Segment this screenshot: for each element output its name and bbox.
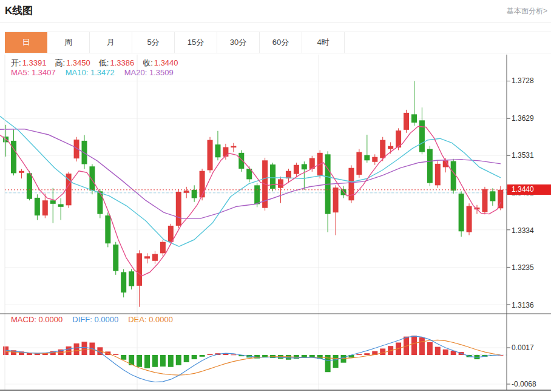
high-readout: 高:1.3450	[55, 58, 90, 69]
current-price-tag: 1.3440	[507, 184, 551, 195]
period-tabs: 日 周 月 5分 15分 30分 60分 4时	[5, 32, 551, 53]
price-tick-2: 1.3531	[512, 151, 534, 160]
diff-line	[6, 336, 501, 382]
macd-tick-0: 0.0017	[512, 343, 534, 352]
low-readout: 低:1.3386	[99, 58, 134, 69]
tab-60min[interactable]: 60分	[260, 32, 302, 53]
ma-readout: MA5: 1.3407 MA10: 1.3472 MA20: 1.3509	[11, 68, 174, 77]
macd-histogram	[3, 336, 503, 372]
ma5-readout: MA5: 1.3407	[11, 68, 56, 77]
tab-5min[interactable]: 5分	[132, 32, 175, 53]
ma20-readout: MA20: 1.3509	[124, 68, 174, 77]
tab-week[interactable]: 周	[47, 32, 90, 53]
price-tick-5: 1.3235	[512, 263, 534, 272]
tab-filler	[345, 32, 551, 53]
dea-value-readout: DEA: 0.0000	[128, 315, 173, 324]
grid-layer	[5, 55, 507, 390]
macd-value-readout: MACD: 0.0000	[11, 315, 63, 324]
close-readout: 收:1.3440	[143, 58, 178, 69]
price-tick-6: 1.3136	[512, 301, 534, 309]
ma10-readout: MA10: 1.3472	[66, 68, 115, 77]
price-tick-4: 1.3334	[512, 226, 534, 235]
tab-month[interactable]: 月	[90, 32, 132, 53]
tab-30min[interactable]: 30分	[217, 32, 260, 53]
price-tick-1: 1.3629	[512, 114, 534, 123]
dea-line	[6, 340, 501, 375]
kline-page: K线图 基本面分析> 日 周 月 5分 15分 30分 60分 4时 开:1.3…	[0, 0, 551, 392]
tab-day[interactable]: 日	[5, 32, 47, 53]
tab-15min[interactable]: 15分	[175, 32, 217, 53]
ohlc-readout: 开:1.3391 高:1.3450 低:1.3386 收:1.3440	[11, 58, 178, 69]
open-readout: 开:1.3391	[11, 58, 46, 69]
macd-tick-1: -0.0068	[512, 380, 536, 388]
ma10-line	[0, 117, 501, 247]
macd-readout: MACD: 0.0000 DIFF: 0.0000 DEA: 0.0000	[11, 315, 173, 324]
price-tick-0: 1.3728	[512, 76, 534, 85]
diff-value-readout: DIFF: 0.0000	[72, 315, 118, 324]
tab-4hour[interactable]: 4时	[302, 32, 345, 53]
candlestick-series	[3, 81, 503, 307]
